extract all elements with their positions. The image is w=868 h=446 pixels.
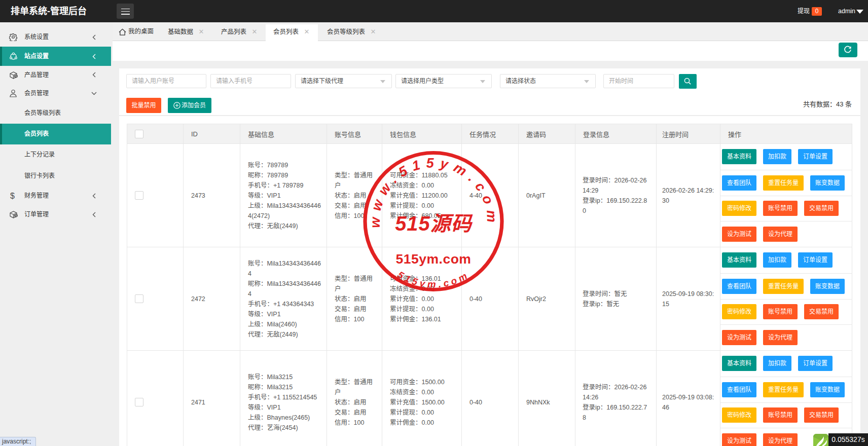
svg-text:515ym.com: 515ym.com [396, 251, 472, 267]
svg-text:515ym.com: 515ym.com [396, 269, 472, 289]
svg-text:515源码: 515源码 [395, 212, 473, 235]
